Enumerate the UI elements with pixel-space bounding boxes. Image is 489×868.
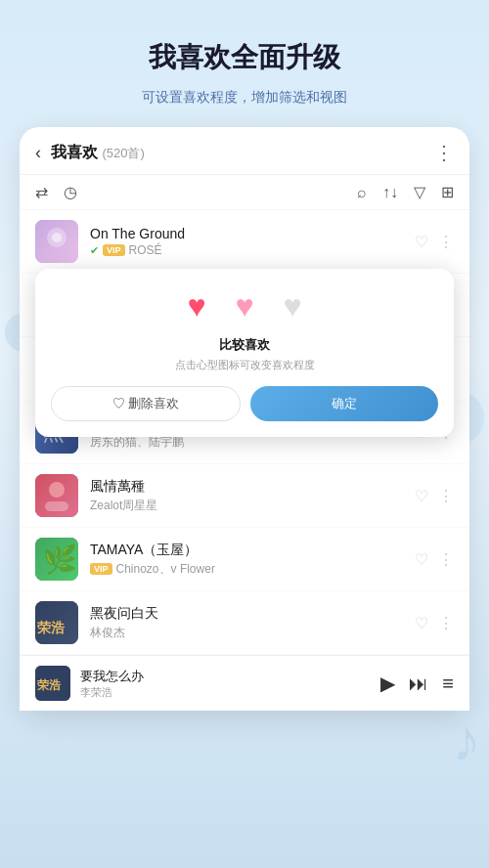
search-icon[interactable]: ⌕: [357, 184, 367, 201]
svg-text:荣浩: 荣浩: [37, 678, 62, 692]
history-icon[interactable]: ◷: [64, 183, 77, 201]
svg-point-2: [52, 233, 62, 242]
popup-hint: 点击心型图标可改变喜欢程度: [51, 358, 438, 372]
heart-half-icon: ♥: [236, 288, 254, 325]
heart-icon-5[interactable]: ♡: [415, 487, 428, 505]
playlist-name: 我喜欢: [51, 144, 98, 160]
player-info: 要我怎么办 李荣浩: [80, 668, 380, 700]
heart-empty-icon: ♥: [284, 288, 302, 325]
song-artist-6: VIP Chinozo、v Flower: [90, 561, 403, 578]
song-cover-6: 🌿: [35, 538, 78, 581]
player-controls: ▶ ⏭ ≡: [380, 672, 454, 695]
vip-badge-1: VIP: [103, 244, 125, 256]
bottom-player: 荣浩 要我怎么办 李荣浩 ▶ ⏭ ≡: [20, 655, 469, 711]
song-actions-6: ♡ ⋮: [415, 550, 454, 569]
song-name-6: TAMAYA（玉屋）: [90, 542, 403, 559]
song-name-7: 黑夜问白天: [90, 605, 403, 623]
svg-rect-12: [45, 501, 68, 511]
back-button[interactable]: ‹: [35, 143, 41, 163]
song-artist-1: ✔ VIP ROSÉ: [90, 243, 403, 257]
card-header: ‹ 我喜欢 (520首) ⋮: [20, 127, 469, 175]
heart-icon-7[interactable]: ♡: [415, 614, 428, 632]
song-cover-5: [35, 474, 78, 517]
verified-icon-1: ✔: [90, 244, 99, 257]
next-button[interactable]: ⏭: [409, 673, 428, 695]
song-more-7[interactable]: ⋮: [438, 614, 454, 632]
artist-name-7: 林俊杰: [90, 625, 125, 641]
main-title: 我喜欢全面升级: [29, 39, 460, 76]
song-item-6[interactable]: 🌿 TAMAYA（玉屋） VIP Chinozo、v Flower ♡ ⋮: [20, 528, 469, 591]
song-actions-1: ♡ ⋮: [415, 233, 454, 251]
song-item-5[interactable]: 風情萬種 Zealot周星星 ♡ ⋮: [20, 464, 469, 528]
song-info-6: TAMAYA（玉屋） VIP Chinozo、v Flower: [90, 542, 403, 578]
playlist-title: 我喜欢 (520首): [51, 143, 434, 163]
player-cover: 荣浩: [35, 666, 70, 701]
song-actions-5: ♡ ⋮: [415, 487, 454, 505]
popup-label: 比较喜欢: [51, 336, 438, 354]
toolbar: ⇄ ◷ ⌕ ↑↓ ▽ ⊞: [20, 175, 469, 210]
vip-badge-6: VIP: [90, 563, 112, 575]
song-cover-1: [35, 220, 78, 263]
heart-option-empty[interactable]: ♥: [284, 288, 302, 325]
heart-option-full[interactable]: ♥: [188, 288, 206, 325]
view-icon[interactable]: ⊞: [441, 183, 454, 201]
deco-text-large: ♪: [452, 712, 481, 770]
shuffle-icon[interactable]: ⇄: [35, 183, 48, 201]
song-name-5: 風情萬種: [90, 478, 403, 496]
song-name-1: On The Ground: [90, 226, 403, 241]
card-more-button[interactable]: ⋮: [434, 141, 454, 164]
confirm-button[interactable]: 确定: [250, 386, 438, 421]
like-popup: ♥ ♥ ♥ 比较喜欢 点击心型图标可改变喜欢程度 ♡ 删除喜欢 确定: [35, 269, 454, 437]
song-cover-7: 荣浩: [35, 601, 78, 644]
delete-like-button[interactable]: ♡ 删除喜欢: [51, 386, 241, 421]
song-info-7: 黑夜问白天 林俊杰: [90, 605, 403, 641]
main-card: ‹ 我喜欢 (520首) ⋮ ⇄ ◷ ⌕ ↑↓ ▽ ⊞: [20, 127, 469, 711]
song-more-6[interactable]: ⋮: [438, 550, 454, 569]
song-info-1: On The Ground ✔ VIP ROSÉ: [90, 226, 403, 257]
playlist-count: (520首): [102, 146, 144, 160]
heart-icon-1[interactable]: ♡: [415, 233, 428, 251]
artist-name-5: Zealot周星星: [90, 498, 157, 514]
song-more-1[interactable]: ⋮: [438, 233, 454, 251]
playlist-button[interactable]: ≡: [442, 673, 454, 695]
song-artist-7: 林俊杰: [90, 625, 403, 641]
song-artist-5: Zealot周星星: [90, 498, 403, 514]
filter-icon[interactable]: ▽: [414, 183, 425, 201]
play-button[interactable]: ▶: [380, 672, 395, 695]
song-item-7[interactable]: 荣浩 黑夜问白天 林俊杰 ♡ ⋮: [20, 591, 469, 655]
song-item-1[interactable]: On The Ground ✔ VIP ROSÉ ♡ ⋮: [20, 210, 469, 274]
popup-actions: ♡ 删除喜欢 确定: [51, 386, 438, 421]
svg-text:🌿: 🌿: [43, 543, 77, 576]
svg-text:荣浩: 荣浩: [37, 620, 66, 635]
header-section: 我喜欢全面升级 可设置喜欢程度，增加筛选和视图: [0, 0, 489, 127]
artist-name-6: Chinozo、v Flower: [116, 561, 215, 578]
song-more-5[interactable]: ⋮: [438, 487, 454, 505]
heart-full-icon: ♥: [188, 288, 206, 325]
heart-options: ♥ ♥ ♥: [51, 288, 438, 325]
song-actions-7: ♡ ⋮: [415, 614, 454, 632]
svg-point-11: [49, 482, 65, 498]
sub-title: 可设置喜欢程度，增加筛选和视图: [29, 86, 460, 108]
sort-icon[interactable]: ↑↓: [382, 184, 398, 201]
player-title: 要我怎么办: [80, 668, 380, 685]
sub-title-text: 可设置喜欢程度，增加筛选和视图: [142, 86, 347, 108]
heart-option-half[interactable]: ♥: [236, 288, 254, 325]
heart-icon-6[interactable]: ♡: [415, 550, 428, 569]
player-artist: 李荣浩: [80, 685, 380, 700]
song-info-5: 風情萬種 Zealot周星星: [90, 478, 403, 514]
artist-name-1: ROSÉ: [129, 243, 162, 257]
